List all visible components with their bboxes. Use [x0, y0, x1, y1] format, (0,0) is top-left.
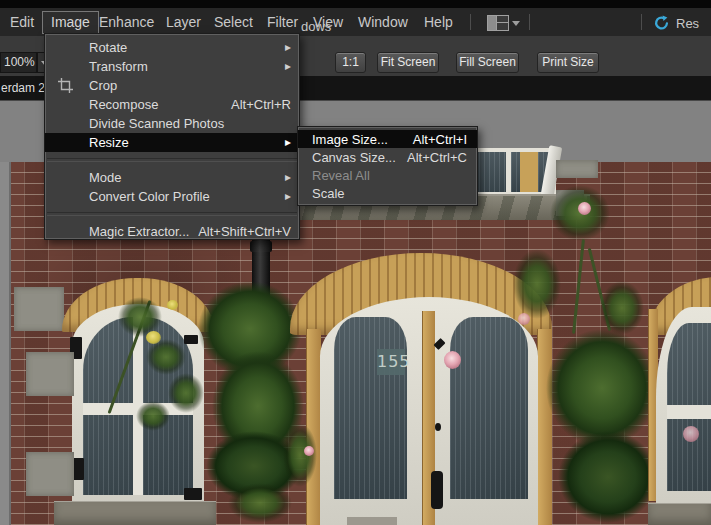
submenu-arrow-icon [281, 57, 291, 76]
photo-building-corner [0, 162, 11, 525]
menu-item-magic-extractor[interactable]: Magic Extractor... Alt+Shift+Ctrl+V [45, 222, 299, 241]
reset-panels-button[interactable]: Res [653, 14, 699, 32]
photo-foliage [546, 329, 658, 447]
fit-screen-button[interactable]: Fit Screen [377, 52, 439, 73]
photo-foliage [168, 373, 204, 413]
photo-window-hinge [184, 335, 198, 344]
photo-left-door-glass [334, 317, 407, 499]
photo-foliage [600, 281, 644, 335]
resize-submenu-panel: Image Size... Alt+Ctrl+I Canvas Size... … [297, 126, 478, 206]
zoom-all-windows-label-clipped[interactable]: dows [301, 19, 331, 34]
photo-window-sill [648, 503, 711, 525]
photo-pink-rose [444, 351, 461, 369]
menu-separator [47, 158, 297, 162]
photo-foliage [513, 249, 561, 319]
photo-letter-slot [347, 517, 397, 525]
submenu-item-canvas-size[interactable]: Canvas Size... Alt+Ctrl+C [298, 148, 477, 166]
menu-item-rotate[interactable]: Rotate [45, 38, 299, 57]
window-top-strip [0, 0, 711, 8]
one-to-one-button[interactable]: 1:1 [335, 52, 366, 73]
photo-pink-rose [304, 446, 314, 456]
menubar-item-help[interactable]: Help [424, 8, 453, 36]
zoom-percent-input[interactable]: 100% [0, 52, 37, 73]
menubar-item-filter[interactable]: Filter [267, 8, 298, 36]
photo-stone-block [26, 452, 74, 496]
photo-yellow-rose [146, 331, 161, 344]
submenu-item-reveal-all: Reveal All [298, 166, 477, 184]
house-number-plate: 155 [377, 349, 405, 375]
photo-window-hinge [184, 488, 202, 500]
menubar-item-select[interactable]: Select [214, 8, 253, 36]
print-size-button[interactable]: Print Size [537, 52, 599, 73]
reset-button-label: Res [676, 16, 699, 31]
photo-foliage [136, 401, 170, 431]
menu-separator [47, 212, 297, 216]
menu-item-divide-scanned-photos[interactable]: Divide Scanned Photos [45, 114, 299, 133]
submenu-arrow-icon [281, 187, 291, 206]
menubar-item-edit[interactable]: Edit [10, 8, 34, 36]
photo-stone-block [26, 352, 74, 396]
submenu-arrow-icon [281, 133, 291, 152]
menu-item-crop[interactable]: Crop [45, 76, 299, 95]
reset-icon [653, 15, 670, 32]
menubar-divider [529, 14, 530, 30]
submenu-item-image-size[interactable]: Image Size... Alt+Ctrl+I [298, 130, 477, 148]
menubar-item-layer[interactable]: Layer [166, 8, 201, 36]
photo-right-door-glass [450, 317, 528, 499]
photo-yellow-rose [167, 300, 178, 310]
photo-stone-block [14, 287, 64, 331]
chevron-down-icon[interactable] [512, 21, 520, 26]
menu-item-recompose[interactable]: Recompose Alt+Ctrl+R [45, 95, 299, 114]
photo-pink-rose [683, 426, 699, 442]
menu-item-resize[interactable]: Resize [45, 133, 299, 152]
crop-icon [58, 78, 73, 93]
photo-window-sill [54, 501, 216, 525]
photo-stone-block [556, 160, 598, 178]
menubar-item-window[interactable]: Window [358, 8, 408, 36]
menubar-item-image[interactable]: Image [42, 11, 99, 34]
photo-drainpipe-collar [250, 241, 272, 252]
menubar-item-enhance[interactable]: Enhance [99, 8, 154, 36]
submenu-item-scale[interactable]: Scale [298, 184, 477, 202]
photo-foliage [558, 431, 658, 523]
photo-pink-rose [578, 202, 591, 215]
fill-screen-button[interactable]: Fill Screen [456, 52, 519, 73]
photo-door-keyhole [435, 423, 441, 431]
photoshop-elements-window: Edit Image Enhance Layer Select Filter V… [0, 0, 711, 525]
menubar-divider [470, 14, 471, 30]
menu-item-mode[interactable]: Mode [45, 168, 299, 187]
arrange-layout-icon[interactable] [487, 15, 509, 31]
menubar-divider [641, 14, 642, 30]
photo-door-jamb [537, 329, 552, 525]
photo-door-handle [431, 471, 443, 509]
photo-foliage [146, 339, 186, 375]
submenu-arrow-icon [281, 38, 291, 57]
menu-item-convert-color-profile[interactable]: Convert Color Profile [45, 187, 299, 206]
photo-right-window-glass [667, 323, 711, 491]
photo-foliage [228, 483, 292, 523]
submenu-arrow-icon [281, 168, 291, 187]
image-menu-panel: Rotate Transform Crop Recompose Alt+Ctrl… [44, 33, 300, 240]
menu-item-transform[interactable]: Transform [45, 57, 299, 76]
